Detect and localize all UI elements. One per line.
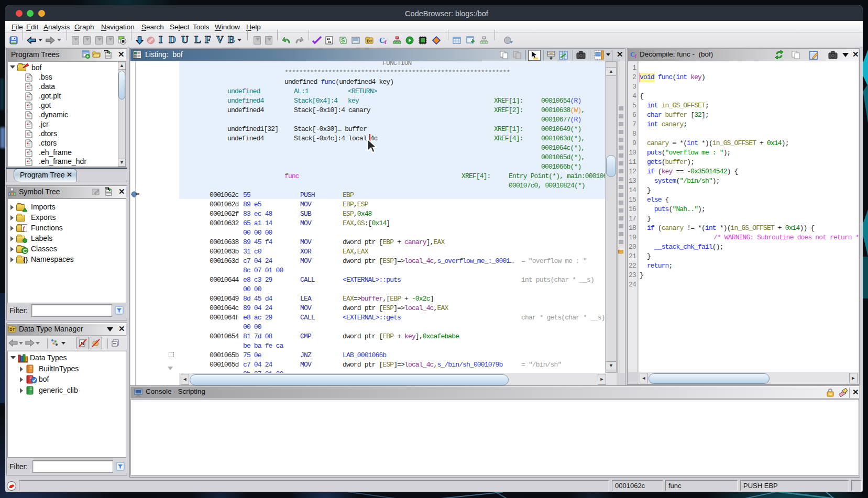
svg-text:DT: DT xyxy=(9,327,15,332)
svg-text:f: f xyxy=(635,53,637,59)
svg-text:01: 01 xyxy=(328,40,332,43)
svg-text:C: C xyxy=(630,50,635,58)
svg-text:DT: DT xyxy=(367,39,372,43)
svg-text:S: S xyxy=(341,37,345,43)
svg-text:f: f xyxy=(384,39,387,45)
